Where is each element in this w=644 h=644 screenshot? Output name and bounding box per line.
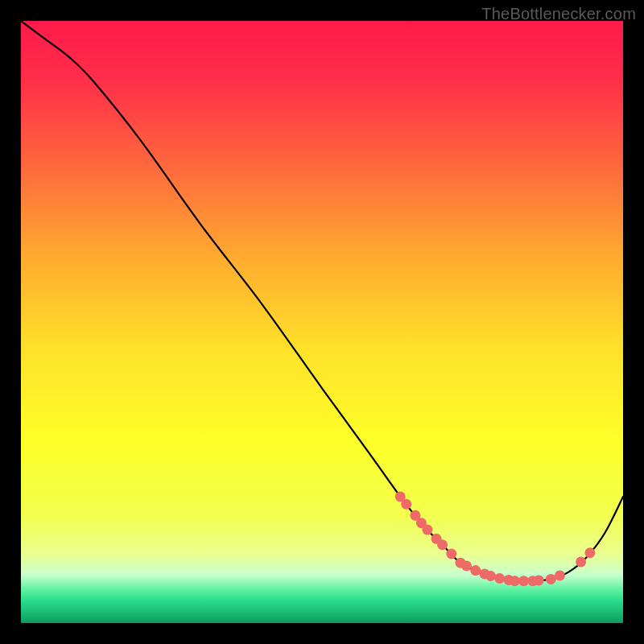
data-marker: [470, 565, 481, 576]
data-marker: [437, 539, 448, 550]
data-marker: [518, 576, 529, 586]
data-marker: [446, 548, 456, 559]
data-marker: [401, 499, 411, 510]
chart-svg: [21, 21, 623, 623]
data-marker: [461, 560, 472, 571]
gradient-background: [21, 21, 623, 623]
data-marker: [494, 573, 505, 584]
data-marker: [534, 575, 544, 585]
data-marker: [576, 556, 586, 567]
plot-area: [21, 21, 623, 623]
data-marker: [555, 570, 565, 580]
data-marker: [485, 571, 496, 581]
data-marker: [510, 576, 520, 586]
chart-frame: TheBottlenecker.com: [0, 0, 644, 644]
data-marker: [422, 525, 432, 535]
data-marker: [584, 547, 595, 558]
data-marker: [546, 574, 556, 584]
